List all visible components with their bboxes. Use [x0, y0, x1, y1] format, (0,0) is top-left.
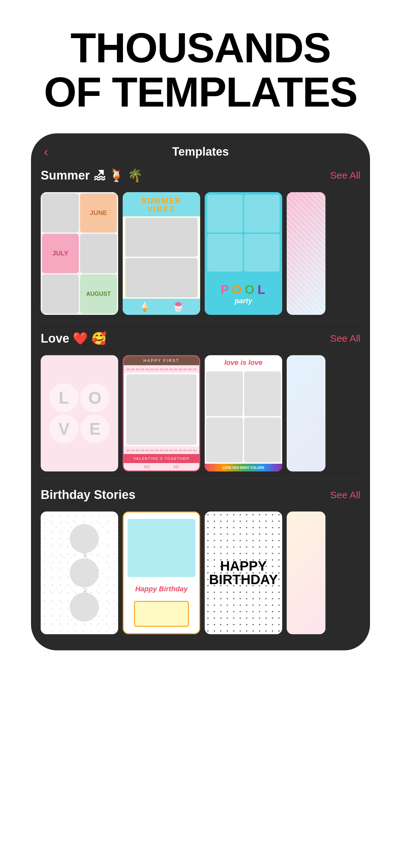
- summer-card-pool-party[interactable]: P O O L party: [205, 192, 282, 315]
- hero-title: THOUSANDSOF TEMPLATES: [25, 26, 376, 114]
- love-section-title: Love ❤️ 🥰: [41, 331, 106, 345]
- app-header: ‹ Templates: [31, 133, 370, 165]
- back-button[interactable]: ‹: [44, 145, 48, 158]
- love-card-valentines[interactable]: HAPPY FIRST xo xo xo xo xo xo xo xo xo x…: [123, 355, 200, 471]
- summer-card-partial[interactable]: [287, 192, 326, 315]
- birthday-card-frame[interactable]: Happy Birthday: [123, 512, 200, 634]
- summer-see-all[interactable]: See All: [330, 170, 360, 181]
- summer-card-vibes[interactable]: SUMMERVIBES 🍦 🍧: [123, 192, 200, 315]
- header-title: Templates: [172, 145, 228, 159]
- birthday-section: Birthday Stories See All HAPPY BIRTHDAY …: [31, 485, 370, 634]
- love-card-letters[interactable]: L O V E: [41, 355, 118, 471]
- love-card-love-is-love[interactable]: love is love LOVE HAS MANY COLORS: [205, 355, 282, 471]
- summer-section-title: Summer 🏖 🍹 🌴: [41, 168, 143, 182]
- phone-screen: ‹ Templates Summer 🏖 🍹 🌴 See All JUNE JU…: [31, 133, 370, 650]
- birthday-see-all[interactable]: See All: [330, 490, 360, 500]
- birthday-card-partial[interactable]: [287, 512, 326, 634]
- love-section: Love ❤️ 🥰 See All L O V E HAPPY FIRST xo…: [31, 328, 370, 471]
- birthday-card-hb-dots[interactable]: HAPPYBIRTHDAY: [205, 512, 282, 634]
- birthday-section-title: Birthday Stories: [41, 488, 135, 502]
- love-card-partial[interactable]: [287, 355, 326, 471]
- summer-card-months[interactable]: JUNE JULY AUGUST: [41, 192, 118, 315]
- summer-section: Summer 🏖 🍹 🌴 See All JUNE JULY AUGUST SU…: [31, 165, 370, 315]
- love-see-all[interactable]: See All: [330, 333, 360, 344]
- birthday-card-circles[interactable]: HAPPY BIRTHDAY TO THE BEST EVER: [41, 512, 118, 634]
